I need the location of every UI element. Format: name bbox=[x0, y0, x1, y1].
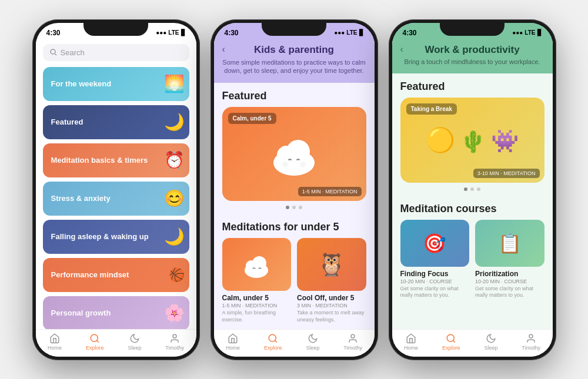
category-personal[interactable]: Personal growth 🌸 bbox=[43, 296, 189, 329]
cat-weekend-icon: 🌅 bbox=[164, 74, 185, 93]
nav-explore-1[interactable]: Explore bbox=[86, 333, 104, 351]
phone-3: 4:30 ●●● LTE ▊ ‹ Work & productivity Bri… bbox=[389, 19, 556, 360]
dot-3 bbox=[299, 206, 302, 209]
signal-icon-2: ●●● bbox=[334, 29, 345, 36]
lte-icon-3: LTE bbox=[524, 29, 535, 36]
nav-sleep-1[interactable]: Sleep bbox=[128, 333, 141, 351]
carousel-dots-2 bbox=[214, 201, 375, 214]
phone3-subtitle: Bring a touch of mindfulness to your wor… bbox=[400, 58, 544, 65]
home-icon bbox=[49, 333, 60, 344]
nav-sleep-2[interactable]: Sleep bbox=[306, 333, 319, 351]
lte-icon: LTE bbox=[168, 29, 179, 36]
mini-card-img-1 bbox=[222, 238, 292, 291]
course-card-2[interactable]: 📋 Prioritization 10-20 MIN · COURSE Get … bbox=[475, 220, 544, 299]
nav-explore-label-1: Explore bbox=[86, 345, 104, 351]
explore-icon-3 bbox=[446, 333, 456, 344]
category-meditation[interactable]: Meditation basics & timers ⏰ bbox=[43, 143, 189, 177]
featured-title-3: Featured bbox=[392, 73, 553, 98]
cat-weekend-label: For the weekend bbox=[51, 79, 112, 88]
nav-home-3[interactable]: Home bbox=[404, 333, 418, 351]
explore-icon bbox=[89, 333, 100, 344]
nav-explore-2[interactable]: Explore bbox=[264, 333, 282, 351]
search-bar[interactable]: Search bbox=[43, 44, 189, 61]
bottom-nav-1: Home Explore Sleep Timothy bbox=[36, 329, 196, 357]
time-3: 4:30 bbox=[403, 29, 417, 37]
cat-performance-label: Performance mindset bbox=[51, 270, 129, 279]
nav-home-2[interactable]: Home bbox=[226, 333, 240, 351]
back-button-3[interactable]: ‹ bbox=[400, 44, 403, 55]
category-stress[interactable]: Stress & anxiety 😊 bbox=[43, 182, 189, 216]
category-featured[interactable]: Featured 🌙 bbox=[43, 105, 189, 139]
course-card-1[interactable]: 🎯 Finding Focus 10-20 MIN · COURSE Get s… bbox=[400, 220, 470, 299]
course-card-desc-1: Get some clarity on what really matters … bbox=[400, 286, 470, 299]
cloud-character bbox=[268, 130, 320, 177]
category-weekend[interactable]: For the weekend 🌅 bbox=[43, 67, 189, 101]
course-card-img-1: 🎯 bbox=[400, 220, 470, 267]
cat-stress-label: Stress & anxiety bbox=[51, 194, 111, 203]
category-performance[interactable]: Performance mindset 🏀 bbox=[43, 258, 189, 292]
svg-line-17 bbox=[453, 340, 455, 342]
dot-2 bbox=[292, 206, 296, 209]
cat-meditation-label: Meditation basics & timers bbox=[51, 156, 148, 165]
home-icon-3 bbox=[406, 333, 416, 344]
cat-stress-icon: 😊 bbox=[164, 189, 185, 208]
phone2-title: Kids & parenting bbox=[222, 44, 366, 56]
featured-card-2[interactable]: Calm, under 5 1-5 MIN · MEDITATION bbox=[222, 107, 366, 201]
svg-point-13 bbox=[269, 334, 276, 341]
cat-sleep-label: Falling asleep & waking up bbox=[51, 232, 149, 241]
mini-card-sub-1: 1-5 MIN · MEDITATION bbox=[222, 303, 292, 308]
dot3-2 bbox=[470, 187, 474, 191]
sleep-icon-3 bbox=[486, 333, 496, 344]
phone2-content: Featured bbox=[214, 83, 375, 328]
time-2: 4:30 bbox=[225, 29, 239, 37]
category-sleep[interactable]: Falling asleep & waking up 🌙 bbox=[43, 220, 189, 254]
priority-character: 📋 bbox=[498, 232, 522, 254]
lte-icon-2: LTE bbox=[346, 29, 357, 36]
svg-line-14 bbox=[275, 340, 277, 342]
nav-profile-label-3: Timothy bbox=[522, 345, 540, 351]
svg-point-15 bbox=[351, 334, 355, 338]
mini-card-sub-2: 3 MIN · MEDITATION bbox=[297, 303, 366, 308]
character-blob: 🟡 bbox=[426, 126, 455, 154]
cat-performance-icon: 🏀 bbox=[169, 267, 185, 283]
dot3-1 bbox=[464, 187, 467, 191]
home-icon-2 bbox=[228, 333, 238, 344]
nav-home-1[interactable]: Home bbox=[48, 333, 62, 351]
mini-card-2[interactable]: 🦉 Cool Off, under 5 3 MIN · MEDITATION T… bbox=[297, 238, 366, 323]
nav-sleep-label-1: Sleep bbox=[128, 345, 141, 351]
nav-explore-3[interactable]: Explore bbox=[442, 333, 460, 351]
featured-title-2: Featured bbox=[214, 83, 375, 107]
nav-profile-3[interactable]: Timothy bbox=[522, 333, 540, 351]
mini-cards-2: Calm, under 5 1-5 MIN · MEDITATION A sim… bbox=[214, 238, 375, 328]
battery-icon-2: ▊ bbox=[359, 29, 364, 36]
course-card-desc-2: Get some clarity on what really matters … bbox=[475, 286, 544, 299]
signal-icon-3: ●●● bbox=[512, 29, 523, 36]
cat-personal-icon: 🌸 bbox=[164, 303, 185, 323]
mini-card-1[interactable]: Calm, under 5 1-5 MIN · MEDITATION A sim… bbox=[222, 238, 292, 323]
featured-card-meta-3: 3-10 MIN · MEDITATION bbox=[473, 169, 540, 178]
course-cards: 🎯 Finding Focus 10-20 MIN · COURSE Get s… bbox=[392, 220, 553, 305]
mini-card-desc-1: A simple, fun breathing exercise. bbox=[222, 310, 292, 323]
dot3-3 bbox=[477, 187, 480, 191]
nav-profile-1[interactable]: Timothy bbox=[165, 333, 184, 351]
dot-1 bbox=[286, 206, 289, 209]
cool-character: 🦉 bbox=[318, 251, 345, 277]
svg-point-4 bbox=[173, 334, 176, 338]
phone2-header: ‹ Kids & parenting Some simple meditatio… bbox=[214, 39, 375, 83]
featured-card-3[interactable]: 🟡 🌵 👾 Taking a Break 3-10 MIN · MEDITATI… bbox=[400, 98, 544, 183]
nav-explore-label-2: Explore bbox=[264, 345, 282, 351]
signal-icon: ●●● bbox=[156, 29, 166, 36]
phone-2: 4:30 ●●● LTE ▊ ‹ Kids & parenting Some s… bbox=[211, 19, 378, 360]
nav-home-label-1: Home bbox=[48, 345, 62, 351]
nav-profile-2[interactable]: Timothy bbox=[343, 333, 362, 351]
explore-icon-2 bbox=[268, 333, 278, 344]
nav-home-label-3: Home bbox=[404, 345, 418, 351]
profile-icon-2 bbox=[348, 333, 358, 344]
phone3-title: Work & productivity bbox=[400, 44, 544, 56]
nav-profile-label-2: Timothy bbox=[343, 345, 362, 351]
svg-point-0 bbox=[51, 49, 55, 54]
nav-sleep-3[interactable]: Sleep bbox=[484, 333, 497, 351]
phone2-screen: ‹ Kids & parenting Some simple meditatio… bbox=[214, 39, 375, 329]
profile-icon bbox=[169, 333, 180, 344]
back-button-2[interactable]: ‹ bbox=[222, 44, 225, 55]
